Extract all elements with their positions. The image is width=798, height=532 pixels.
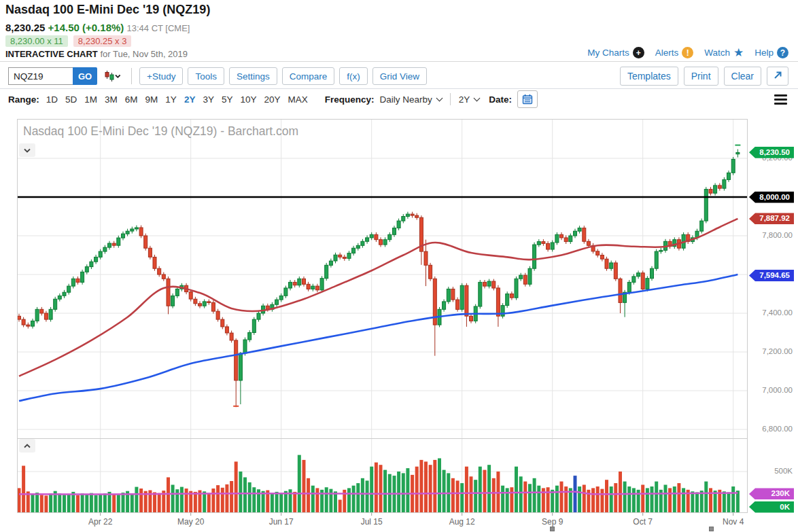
x-axis-label: Sep 9 [532, 517, 573, 527]
barchart-interactive-chart-page: Nasdaq 100 E-Mini Dec '19 (NQZ19) 8,230.… [0, 0, 798, 532]
volume-tag: 230K [749, 488, 794, 499]
price-pane-collapse-button[interactable] [19, 143, 35, 157]
calendar-marker-icon[interactable] [550, 527, 555, 531]
volume-axis-label: 500K [749, 467, 793, 475]
price-tag: 7,594.65 [749, 270, 794, 281]
volume-pane-collapse-button[interactable] [19, 439, 35, 453]
price-axis-label: 6,800.00 [749, 425, 793, 433]
x-axis-label: May 20 [171, 517, 211, 527]
price-axis-label: 7,200.00 [749, 347, 793, 355]
volume-bars [18, 455, 740, 512]
x-axis-label: Jul 15 [351, 517, 392, 527]
price-tag: 8,000.00 [749, 192, 794, 203]
price-chart[interactable]: Nasdaq 100 E-Mini Dec '19 (NQZ19) - Barc… [0, 0, 798, 532]
price-axis-label: 7,000.00 [749, 386, 793, 394]
candles [18, 149, 740, 408]
price-tag: 7,887.92 [749, 213, 794, 224]
x-axis-label: Jun 17 [261, 517, 302, 527]
x-axis-label: Nov 4 [713, 517, 754, 527]
svg-text:Nasdaq 100 E-Mini Dec '19 (NQZ: Nasdaq 100 E-Mini Dec '19 (NQZ19) - Barc… [23, 124, 298, 138]
volume-tag: 0K [749, 501, 794, 513]
price-tag: 8,230.50 [749, 147, 794, 158]
x-axis-label: Aug 12 [442, 517, 483, 527]
price-axis-label: 7,400.00 [749, 308, 793, 317]
x-axis-label: Apr 22 [80, 517, 121, 527]
chart-region: Nasdaq 100 E-Mini Dec '19 (NQZ19) - Barc… [0, 0, 798, 532]
price-axis-label: 7,800.00 [749, 231, 793, 239]
ma-50-line [19, 219, 738, 376]
x-axis-label: Oct 7 [623, 517, 663, 527]
calendar-marker-icon[interactable] [709, 527, 714, 531]
ma-200-line [19, 274, 738, 401]
